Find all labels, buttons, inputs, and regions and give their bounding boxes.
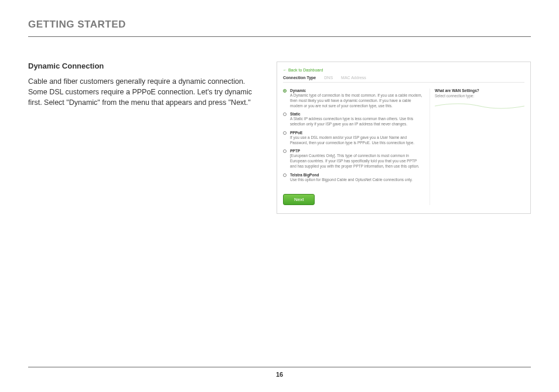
radio-icon[interactable]	[283, 173, 287, 177]
option-desc: Use this option for Bigpond Cable and Op…	[290, 178, 424, 183]
decorative-curve	[435, 101, 524, 114]
option-pptp[interactable]: PPTP [European Countries Only]. This typ…	[283, 149, 424, 169]
page-header: GETTING STARTED	[28, 19, 531, 36]
radio-icon[interactable]	[283, 131, 287, 135]
shot-body: Dynamic A Dynamic type of connection is …	[283, 88, 524, 205]
option-desc: If you use a DSL modem and/or your ISP g…	[290, 135, 424, 146]
tab-mac-address[interactable]: MAC Address	[341, 76, 366, 80]
option-dynamic[interactable]: Dynamic A Dynamic type of connection is …	[283, 88, 424, 108]
body-paragraph: Cable and fiber customers generally requ…	[28, 76, 263, 108]
option-title: PPPoE	[290, 131, 424, 135]
help-title: What are WAN Settings?	[435, 88, 524, 93]
next-button[interactable]: Next	[283, 194, 315, 205]
help-sidebar: What are WAN Settings? Select connection…	[430, 88, 524, 205]
option-title: Static	[290, 112, 424, 116]
tab-row: Connection Type DNS MAC Address	[283, 76, 524, 83]
page-number: 16	[28, 371, 531, 378]
tab-dns[interactable]: DNS	[324, 76, 333, 80]
section-title: Dynamic Connection	[28, 62, 263, 70]
header-rule	[28, 36, 531, 37]
option-telstra[interactable]: Telstra BigPond Use this option for Bigp…	[283, 173, 424, 183]
option-desc: A Dynamic type of connection is the most…	[290, 93, 424, 108]
left-column: Dynamic Connection Cable and fiber custo…	[28, 62, 263, 367]
option-desc: [European Countries Only]. This type of …	[290, 154, 424, 169]
back-to-dashboard-link[interactable]: ← Back to Dashboard	[283, 68, 323, 72]
tab-connection-type[interactable]: Connection Type	[283, 76, 316, 80]
option-title: PPTP	[290, 149, 424, 153]
footer-rule	[28, 367, 531, 367]
right-column: ← Back to Dashboard Connection Type DNS …	[277, 62, 531, 367]
option-pppoe[interactable]: PPPoE If you use a DSL modem and/or your…	[283, 131, 424, 146]
option-title: Telstra BigPond	[290, 173, 424, 177]
option-title: Dynamic	[290, 88, 424, 93]
page-footer: 16	[28, 367, 531, 378]
radio-icon[interactable]	[283, 89, 287, 93]
option-static[interactable]: Static A Static IP address connection ty…	[283, 112, 424, 127]
router-ui-screenshot: ← Back to Dashboard Connection Type DNS …	[277, 62, 531, 214]
connection-options: Dynamic A Dynamic type of connection is …	[283, 88, 424, 205]
radio-icon[interactable]	[283, 113, 287, 116]
content-row: Dynamic Connection Cable and fiber custo…	[28, 62, 531, 367]
option-desc: A Static IP address connection type is l…	[290, 117, 424, 127]
help-subtitle: Select connection type:	[435, 94, 524, 98]
document-page: GETTING STARTED Dynamic Connection Cable…	[0, 0, 559, 392]
radio-icon[interactable]	[283, 149, 287, 153]
